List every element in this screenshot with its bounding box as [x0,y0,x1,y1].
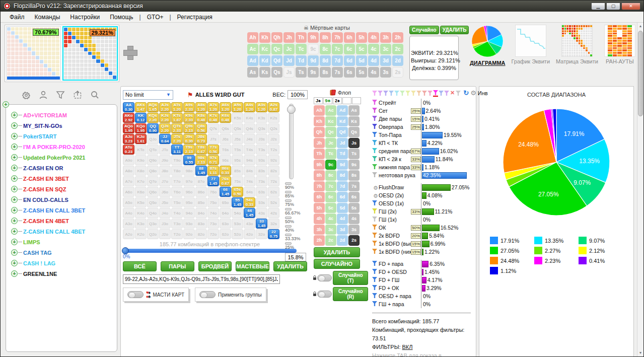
matrix-cell[interactable]: 92s [268,155,279,165]
board-card[interactable]: Ad [337,105,348,116]
matrix-cell[interactable]: 98o [183,166,195,176]
board-card[interactable]: Th [314,149,325,159]
random-river-toggle[interactable] [317,291,332,298]
dead-card[interactable]: Ts [296,67,307,78]
board-card[interactable]: 9h [314,160,325,170]
funnel-icon[interactable] [56,90,65,101]
dead-card[interactable]: 3s [380,67,391,78]
matrix-button-всё[interactable]: ВСЁ [123,261,157,271]
stat-weight-badge[interactable]: 33% [411,165,421,170]
matrix-cell[interactable]: 82s [268,166,279,176]
matrix-cell[interactable]: 72o [207,229,219,239]
stat-row[interactable]: Оверпара25%1.80% [372,122,475,130]
filter-funnel-icon[interactable] [394,90,399,96]
matrix-cell[interactable]: Q3o [147,219,159,229]
matrix-cell[interactable]: 43o [244,219,255,229]
dead-card[interactable]: 6h [344,32,355,43]
stat-row[interactable]: Стрейт0% [372,98,475,106]
matrix-cell[interactable]: 72s [268,176,279,186]
matrix-cell[interactable]: J5s [232,134,243,144]
matrix-cell[interactable]: 52s [268,197,279,207]
matrix-cell[interactable]: 83s [256,166,267,176]
stat-row[interactable]: Топ-Пара19.55% [372,130,475,138]
filter-funnel-icon[interactable] [422,90,427,96]
weight-preset[interactable]: 33.33% [285,234,307,241]
stat-row[interactable]: ⚙FlushDraw27.05% [372,183,475,191]
matrix-button-бродвей[interactable]: БРОДВЕЙ [198,261,232,271]
matrix-cell[interactable]: A9o [123,155,134,165]
filter-funnel-icon[interactable] [389,90,394,96]
view-thumb-runouts[interactable]: РАН-АУТЫ [604,25,635,64]
board-card[interactable]: Qh [314,127,325,137]
board-slot[interactable]: 9♣ [323,97,332,104]
dead-card[interactable]: Tc [296,44,307,54]
view-thumb-equity-matrix[interactable]: Матрица Эквити [556,25,598,64]
dead-card[interactable]: Ac [247,44,258,54]
matrix-cell[interactable]: K9o [135,155,147,165]
view-thumb-equity-graph[interactable]: График Эквити [512,25,550,64]
stat-row[interactable]: 1к BDFD (них15%1.22% [372,247,475,255]
dead-card[interactable]: 5c [356,44,367,54]
matrix-cell[interactable]: Q8o [147,166,159,176]
matrix-cell[interactable]: A6o [123,187,134,197]
dead-card[interactable]: 5h [356,32,367,43]
board-card[interactable]: Td [337,149,348,159]
matrix-cell[interactable]: Q2o [147,229,159,239]
matrix-cell[interactable]: 96s [220,155,231,165]
matrix-cell[interactable]: 75s [232,176,243,186]
stat-row[interactable]: FD + OESD1.45% [372,267,475,275]
board-card[interactable]: 2d [337,235,348,246]
matrix-cell[interactable]: Q5s [232,123,243,133]
matrix-cell[interactable]: J7s [207,134,219,144]
expand-icon[interactable]: + [11,122,18,129]
matrix-cell[interactable]: J6s [220,134,231,144]
matrix-cell[interactable]: A6s1.20 [220,102,231,112]
matrix-cell[interactable]: 85s [232,166,243,176]
matrix-cell[interactable]: 64s [244,187,255,197]
board-card[interactable]: 7h [314,181,325,192]
sidebar-item[interactable]: +Z-CASH EN 3BET [11,173,115,184]
sidebar-item[interactable]: +Z-CASH EN OR [11,163,115,173]
board-card[interactable]: 8d [337,170,348,181]
matrix-cell[interactable]: 65o [220,197,231,207]
matrix-cell[interactable]: Q4s [244,123,255,133]
dead-card[interactable]: 7c [332,44,343,54]
dead-card[interactable]: 6s [344,67,355,78]
matrix-cell[interactable]: Q5o [147,197,159,207]
board-card[interactable]: Qc [325,127,336,137]
matrix-cell[interactable]: 84o [195,208,207,218]
filter-funnel-icon[interactable] [439,90,444,96]
stat-row[interactable]: Сет25%2.64% [372,106,475,114]
matrix-cell[interactable]: 64o [220,208,231,218]
expand-icon[interactable]: + [11,133,18,139]
expand-icon[interactable]: + [11,260,18,266]
matrix-cell[interactable]: 42s [268,208,279,218]
dead-card[interactable]: Ah [247,32,258,43]
matrix-cell[interactable]: 73o [207,219,219,229]
matrix-cell[interactable]: 54s0.33 [244,197,255,207]
matrix-cell[interactable]: A2o [123,229,134,239]
matrix-cell[interactable]: ATo0.23 [123,145,134,155]
matrix-cell[interactable]: J2s [268,134,279,144]
board-card[interactable]: 6h [314,192,325,202]
dead-card[interactable]: 8h [320,32,331,43]
matrix-cell[interactable]: J4o [159,208,171,218]
matrix-cell[interactable]: KTo [135,145,147,155]
matrix-cell[interactable]: J7o [159,176,171,186]
stat-row[interactable]: средняя пара67%16.02% [372,147,475,155]
stat-row[interactable]: ГШ + пара0% [372,300,475,308]
sidebar-item[interactable]: +CASH ! LAG [11,258,115,268]
menu-item[interactable]: Команды [30,13,65,22]
matrix-cell[interactable]: 93s [256,155,267,165]
sidebar-item[interactable]: +Updated PokerPro 2021 [11,152,115,163]
board-slot[interactable]: 2♠ [333,97,342,104]
board-slot[interactable] [352,97,361,104]
matrix-cell[interactable]: A7o [123,176,134,186]
person-icon[interactable] [39,90,48,101]
matrix-cell[interactable]: Q4o [147,208,159,218]
matrix-cell[interactable]: J3s [256,134,267,144]
board-card[interactable]: Jh [314,138,325,149]
stat-weight-badge[interactable]: 25% [411,108,421,114]
matrix-cell[interactable]: 65s0.50 [232,187,243,197]
matrix-cell[interactable]: KQo1.95 [135,123,147,133]
